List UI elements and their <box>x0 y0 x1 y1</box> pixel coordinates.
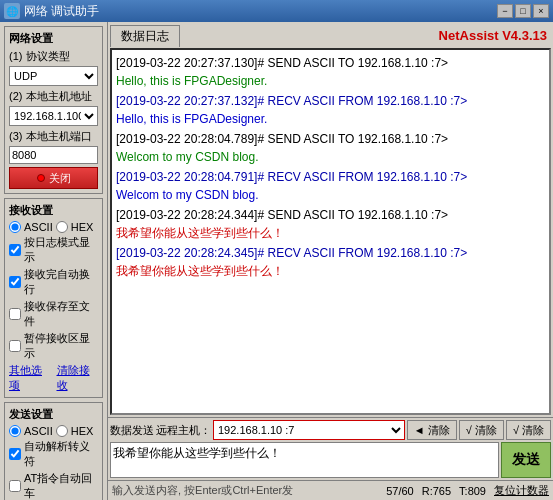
send-textarea[interactable]: 我希望你能从这些学到些什么！ <box>110 442 499 478</box>
recv-hex-radio[interactable] <box>56 221 68 233</box>
title-text: 网络 调试助手 <box>24 3 99 20</box>
send-hex-radio[interactable] <box>56 425 68 437</box>
save-file-checkbox[interactable] <box>9 308 21 320</box>
auto-escape-checkbox[interactable] <box>9 448 21 460</box>
recv-ascii-label: ASCII <box>24 221 53 233</box>
log-entry: [2019-03-22 20:27:37.130]# SEND ASCII TO… <box>116 54 545 90</box>
send-hex-label: HEX <box>71 425 94 437</box>
status-hint: 输入发送内容, 按Enter或Ctrl+Enter发 <box>112 483 378 498</box>
pause-recv-label: 暂停接收区显示 <box>24 331 98 361</box>
log-content: Welcom to my CSDN blog. <box>116 188 258 202</box>
pause-recv-row: 暂停接收区显示 <box>9 331 98 361</box>
log-timestamp: [2019-03-22 20:28:24.345]# RECV ASCII FR… <box>116 246 467 260</box>
log-content: Hello, this is FPGADesigner. <box>116 112 267 126</box>
network-settings-label: 网络设置 <box>9 31 98 46</box>
log-content: 我希望你能从这些学到些什么！ <box>116 226 284 240</box>
maximize-button[interactable]: □ <box>515 4 531 18</box>
status-coord-t: T:809 <box>459 485 486 497</box>
more-options-link[interactable]: 其他选项 <box>9 363 51 393</box>
close-label: 关闭 <box>49 171 71 186</box>
close-button[interactable]: 关闭 <box>9 167 98 189</box>
log-timestamp: [2019-03-22 20:28:24.344]# SEND ASCII TO… <box>116 208 448 222</box>
recv-hex-label: HEX <box>71 221 94 233</box>
send-label: 数据发送 <box>110 423 154 438</box>
recv-ascii-radio[interactable] <box>9 221 21 233</box>
send-settings-label: 发送设置 <box>9 407 98 422</box>
auto-newline-checkbox[interactable] <box>9 276 21 288</box>
log-mode-row: 按日志模式显示 <box>9 235 98 265</box>
log-mode-checkbox[interactable] <box>9 244 21 256</box>
status-coord-r: R:765 <box>422 485 451 497</box>
right-panel: 数据日志 NetAssist V4.3.13 [2019-03-22 20:27… <box>108 22 553 500</box>
tab-data-log[interactable]: 数据日志 <box>110 25 180 47</box>
send-input-row: 我希望你能从这些学到些什么！ 发送 <box>110 442 551 478</box>
reset-counter-button[interactable]: 复位计数器 <box>494 483 549 498</box>
status-bar: 输入发送内容, 按Enter或Ctrl+Enter发 57/60 R:765 T… <box>108 480 553 500</box>
send-bar: 数据发送 远程主机： 192.168.1.10 :7 ◄ 清除 √ 清除 √ 清… <box>110 420 551 440</box>
log-area[interactable]: [2019-03-22 20:27:37.130]# SEND ASCII TO… <box>110 48 551 415</box>
tab-label: 数据日志 <box>121 29 169 43</box>
main-container: 网络设置 (1) 协议类型 UDP (2) 本地主机地址 192.168.1.1… <box>0 22 553 500</box>
send-settings-group: 发送设置 ASCII HEX 自动解析转义符 AT指令自动回车 自动发送校验位 <box>4 402 103 500</box>
send-ascii-radio[interactable] <box>9 425 21 437</box>
local-ip-select[interactable]: 192.168.1.100 <box>9 106 98 126</box>
log-content: Welcom to my CSDN blog. <box>116 150 258 164</box>
log-timestamp: [2019-03-22 20:27:37.132]# RECV ASCII FR… <box>116 94 467 108</box>
minimize-button[interactable]: − <box>497 4 513 18</box>
clear-recv-link[interactable]: 清除接收 <box>57 363 99 393</box>
app-icon: 🌐 <box>4 3 20 19</box>
at-return-checkbox[interactable] <box>9 480 21 492</box>
log-mode-label: 按日志模式显示 <box>24 235 98 265</box>
log-entry: [2019-03-22 20:28:04.791]# RECV ASCII FR… <box>116 168 545 204</box>
host-select-wrapper[interactable]: 192.168.1.10 :7 <box>213 420 405 440</box>
remove-host-button[interactable]: ◄ 清除 <box>407 420 457 440</box>
bottom-area: 数据发送 远程主机： 192.168.1.10 :7 ◄ 清除 √ 清除 √ 清… <box>108 417 553 480</box>
auto-escape-row: 自动解析转义符 <box>9 439 98 469</box>
recv-ascii-radio-row: ASCII HEX <box>9 221 98 233</box>
receive-settings-label: 接收设置 <box>9 203 98 218</box>
local-port-input[interactable] <box>9 146 98 164</box>
remote-host-select[interactable]: 192.168.1.10 :7 <box>214 421 404 439</box>
log-entry: [2019-03-22 20:28:24.344]# SEND ASCII TO… <box>116 206 545 242</box>
log-content: 我希望你能从这些学到些什么！ <box>116 264 284 278</box>
left-panel: 网络设置 (1) 协议类型 UDP (2) 本地主机地址 192.168.1.1… <box>0 22 108 500</box>
local-port-label: (3) 本地主机端口 <box>9 129 98 144</box>
status-counter: 57/60 <box>386 485 414 497</box>
network-settings-group: 网络设置 (1) 协议类型 UDP (2) 本地主机地址 192.168.1.1… <box>4 26 103 194</box>
title-controls[interactable]: − □ × <box>497 4 549 18</box>
recv-links: 其他选项 清除接收 <box>9 363 98 393</box>
save-file-label: 接收保存至文件 <box>24 299 98 329</box>
at-return-row: AT指令自动回车 <box>9 471 98 500</box>
log-content: Hello, this is FPGADesigner. <box>116 74 267 88</box>
auto-escape-label: 自动解析转义符 <box>24 439 98 469</box>
red-circle-icon <box>37 174 45 182</box>
save-file-row: 接收保存至文件 <box>9 299 98 329</box>
send-button[interactable]: 发送 <box>501 442 551 478</box>
at-return-label: AT指令自动回车 <box>24 471 98 500</box>
log-timestamp: [2019-03-22 20:28:04.789]# SEND ASCII TO… <box>116 132 448 146</box>
log-timestamp: [2019-03-22 20:27:37.130]# SEND ASCII TO… <box>116 56 448 70</box>
log-entry: [2019-03-22 20:28:04.789]# SEND ASCII TO… <box>116 130 545 166</box>
clear2-button[interactable]: √ 清除 <box>506 420 551 440</box>
title-bar: 🌐 网络 调试助手 − □ × <box>0 0 553 22</box>
local-ip-label: (2) 本地主机地址 <box>9 89 98 104</box>
log-entry: [2019-03-22 20:28:24.345]# RECV ASCII FR… <box>116 244 545 280</box>
clear-log-button[interactable]: √ 清除 <box>459 420 504 440</box>
auto-newline-row: 接收完自动换行 <box>9 267 98 297</box>
pause-recv-checkbox[interactable] <box>9 340 21 352</box>
protocol-label: (1) 协议类型 <box>9 49 98 64</box>
log-timestamp: [2019-03-22 20:28:04.791]# RECV ASCII FR… <box>116 170 467 184</box>
brand-label: NetAssist V4.3.13 <box>439 28 551 43</box>
send-enc-row: ASCII HEX <box>9 425 98 437</box>
protocol-select[interactable]: UDP <box>9 66 98 86</box>
tab-bar: 数据日志 NetAssist V4.3.13 <box>108 22 553 46</box>
close-button[interactable]: × <box>533 4 549 18</box>
send-ascii-label: ASCII <box>24 425 53 437</box>
remote-host-label: 远程主机： <box>156 423 211 438</box>
auto-newline-label: 接收完自动换行 <box>24 267 98 297</box>
title-bar-left: 🌐 网络 调试助手 <box>4 3 99 20</box>
log-entry: [2019-03-22 20:27:37.132]# RECV ASCII FR… <box>116 92 545 128</box>
receive-settings-group: 接收设置 ASCII HEX 按日志模式显示 接收完自动换行 接收保存至文件 <box>4 198 103 398</box>
